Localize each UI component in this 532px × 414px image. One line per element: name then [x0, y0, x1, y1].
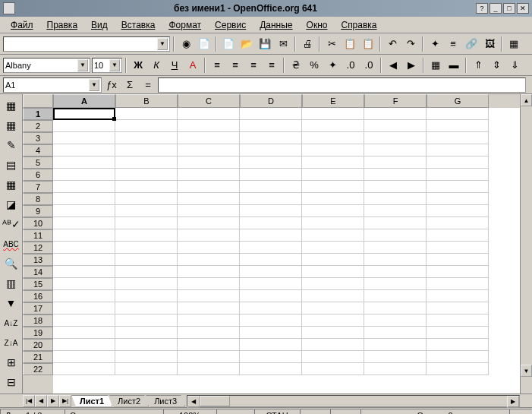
sort-desc-button[interactable]: Z↓A [3, 334, 20, 351]
mail-button[interactable]: ✉ [275, 36, 291, 52]
equals-button[interactable]: = [140, 77, 156, 93]
row-header-4[interactable]: 4 [23, 144, 53, 156]
stop-button[interactable]: ◉ [178, 36, 194, 52]
align-right-button[interactable]: ≡ [245, 57, 262, 74]
status-sum[interactable]: Сумма=0 [360, 409, 509, 415]
dropdown-icon[interactable]: ▼ [89, 79, 99, 91]
row-header-9[interactable]: 9 [23, 205, 53, 217]
column-header-B[interactable]: B [115, 94, 178, 108]
percent-button[interactable]: % [306, 57, 323, 74]
row-header-2[interactable]: 2 [23, 120, 53, 132]
row-header-3[interactable]: 3 [23, 132, 53, 144]
row-header-13[interactable]: 13 [23, 254, 53, 266]
scroll-up-icon[interactable]: ▲ [521, 94, 532, 106]
font-color-button[interactable]: А [184, 57, 201, 74]
draw-button[interactable]: ✎ [3, 137, 20, 153]
menu-edit[interactable]: Правка [41, 18, 84, 32]
row-header-19[interactable]: 19 [23, 327, 53, 339]
sum-button[interactable]: Σ [121, 77, 138, 93]
status-style[interactable]: Стандарт [65, 409, 163, 415]
cut-button[interactable]: ✂ [323, 36, 340, 52]
print-button[interactable]: 🖨 [299, 36, 316, 52]
menu-tools[interactable]: Сервис [209, 18, 252, 32]
show-form-button[interactable]: ▤ [3, 156, 20, 173]
insert-object-button[interactable]: ▦ [3, 97, 20, 114]
autofilter-button[interactable]: ▼ [3, 295, 20, 311]
scroll-down-icon[interactable]: ▼ [521, 365, 532, 377]
dropdown-icon[interactable]: ▼ [157, 38, 168, 50]
horizontal-scrollbar[interactable]: ◀ ▶ [187, 395, 520, 407]
find-button[interactable]: 🔍 [3, 255, 20, 272]
column-header-F[interactable]: F [364, 94, 427, 108]
align-center-button[interactable]: ≡ [227, 57, 244, 74]
row-header-1[interactable]: 1 [23, 108, 53, 120]
row-header-17[interactable]: 17 [23, 302, 53, 314]
row-header-12[interactable]: 12 [23, 242, 53, 254]
data-source-button[interactable]: ▥ [3, 275, 20, 292]
row-header-14[interactable]: 14 [23, 266, 53, 278]
standard-format-button[interactable]: ✦ [324, 57, 341, 74]
group-button[interactable]: ⊞ [3, 354, 20, 371]
currency-button[interactable]: ₴ [288, 57, 304, 74]
copy-button[interactable]: 📋 [342, 36, 358, 52]
row-header-6[interactable]: 6 [23, 169, 53, 181]
menu-data[interactable]: Данные [253, 18, 298, 32]
status-zoom[interactable]: 100% [163, 409, 216, 415]
row-header-20[interactable]: 20 [23, 339, 53, 351]
cell-reference-box[interactable]: ▼ [3, 77, 102, 93]
decrease-indent-button[interactable]: ◀ [385, 57, 401, 74]
row-header-5[interactable]: 5 [23, 156, 53, 169]
row-header-15[interactable]: 15 [23, 278, 53, 290]
sort-asc-button[interactable]: A↓Z [3, 314, 20, 331]
gallery-button[interactable]: 🖼 [481, 36, 498, 52]
minimize-button[interactable]: _ [490, 3, 502, 14]
menu-help[interactable]: Справка [335, 18, 382, 32]
scroll-right-icon[interactable]: ▶ [507, 396, 519, 408]
remove-decimal-button[interactable]: .0 [360, 57, 377, 74]
menu-window[interactable]: Окно [301, 18, 334, 32]
tab-first-button[interactable]: |◀ [23, 395, 35, 407]
menu-file[interactable]: Файл [5, 18, 39, 32]
menu-insert[interactable]: Вставка [115, 18, 162, 32]
insert-cells-button[interactable]: ▦ [3, 117, 20, 134]
align-justify-button[interactable]: ≡ [263, 57, 280, 74]
autospellcheck-button[interactable]: ABC [3, 235, 20, 252]
row-header-18[interactable]: 18 [23, 314, 53, 327]
hyperlink-button[interactable]: 🔗 [463, 36, 480, 52]
status-mode[interactable]: СТАН [254, 409, 300, 415]
stylist-button[interactable]: ≡ [445, 36, 461, 52]
row-header-7[interactable]: 7 [23, 181, 53, 193]
tab-prev-button[interactable]: ◀ [35, 395, 47, 407]
sheet-tab-1[interactable]: Лист1 [71, 395, 112, 407]
sheet-tab-2[interactable]: Лист2 [109, 395, 149, 407]
undo-button[interactable]: ↶ [384, 36, 401, 52]
italic-button[interactable]: К [148, 57, 165, 74]
select-all-corner[interactable] [23, 94, 53, 108]
row-header-8[interactable]: 8 [23, 193, 53, 205]
url-combo[interactable]: ▼ [3, 36, 170, 52]
align-vcenter-button[interactable]: ⇕ [488, 57, 505, 74]
theme-button[interactable]: ◪ [3, 196, 20, 213]
sheet-tab-3[interactable]: Лист3 [146, 395, 185, 407]
menu-view[interactable]: Вид [85, 18, 114, 32]
align-bottom-button[interactable]: ⇓ [506, 57, 523, 74]
redo-button[interactable]: ↷ [402, 36, 419, 52]
browse-button[interactable]: 📄 [196, 36, 212, 52]
font-size-combo[interactable]: ▼ [92, 58, 122, 73]
ungroup-button[interactable]: ⊟ [3, 374, 20, 390]
function-wizard-button[interactable]: ƒx [103, 77, 120, 93]
navigator-button[interactable]: ✦ [427, 36, 443, 52]
column-header-D[interactable]: D [240, 94, 302, 108]
row-header-22[interactable]: 22 [23, 363, 53, 375]
scroll-left-icon[interactable]: ◀ [187, 396, 200, 408]
vertical-scrollbar[interactable]: ▲ ▼ [520, 94, 532, 393]
row-header-21[interactable]: 21 [23, 351, 53, 363]
column-header-G[interactable]: G [427, 94, 489, 108]
row-header-11[interactable]: 11 [23, 229, 53, 242]
column-header-E[interactable]: E [302, 94, 364, 108]
formula-input[interactable] [158, 77, 526, 93]
align-top-button[interactable]: ⇑ [470, 57, 486, 74]
bg-color-button[interactable]: ▬ [445, 57, 462, 74]
bold-button[interactable]: Ж [130, 57, 146, 74]
maximize-button[interactable]: □ [503, 3, 515, 14]
